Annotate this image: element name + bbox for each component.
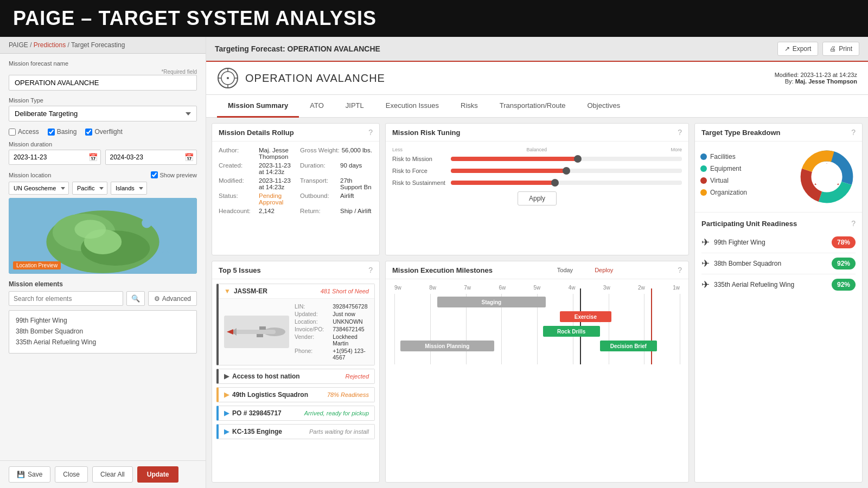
status-row: Status: Pending Approval [219, 192, 291, 206]
phone-value: +1(954) 123-4567 [333, 348, 369, 361]
element-item[interactable]: 38th Bomber Squadron [16, 326, 190, 337]
update-button[interactable]: Update [137, 466, 179, 483]
vender-label: Vender: [295, 333, 324, 346]
risk-thumb[interactable] [563, 167, 570, 175]
legend-virtual: Virtual [700, 177, 788, 184]
overflight-label: Overflight [94, 128, 122, 136]
apply-button[interactable]: Apply [518, 191, 557, 206]
readiness-badge-335th: 92% [832, 279, 856, 291]
tab-execution-issues[interactable]: Execution Issues [375, 95, 450, 118]
breadcrumb-paige[interactable]: PAIGE [9, 41, 28, 49]
issue-po-header[interactable]: ▶ PO # 329845717 Arrived, ready for pick… [219, 406, 374, 420]
save-button[interactable]: 💾 Save [9, 466, 50, 483]
decision-brief-bar: Decision Brief [600, 341, 657, 351]
tab-jiptl[interactable]: JIPTL [335, 95, 375, 118]
location-row: UN Geoscheme Pacific Islands [9, 182, 197, 195]
risk-to-force-slider[interactable] [451, 169, 682, 173]
issue-jassm-header[interactable]: ▼ JASSM-ER 481 Short of Need [219, 284, 374, 298]
phone-label: Phone: [295, 348, 324, 361]
geo-scheme-select[interactable]: UN Geoscheme [9, 182, 69, 195]
readiness-section: Participating Unit Readiness ? ✈ 99th Fi… [695, 212, 862, 299]
target-breakdown-info-icon[interactable]: ? [851, 128, 856, 137]
headcount-label: Headcount: [219, 208, 257, 214]
search-button[interactable]: 🔍 [126, 291, 145, 306]
label-1w: 1w [673, 285, 680, 291]
tabs-bar: Mission Summary ATO JIPTL Execution Issu… [206, 95, 868, 118]
app-header: PAIGE – TARGET SYSTEM ANALYSIS [0, 0, 868, 37]
issue-jassm-status: 481 Short of Need [321, 288, 369, 294]
return-row: Return: Ship / Airlift [300, 208, 373, 214]
mission-duration-group: Mission duration 📅 📅 [9, 141, 197, 165]
issue-logistics-header[interactable]: ▶ 49th Logistics Squadron 78% Readiness [219, 388, 374, 402]
created-value: 2023-11-23 at 14:23z [259, 162, 291, 175]
issue-access-header[interactable]: ▶ Access to host nation Rejected [219, 369, 374, 383]
risk-thumb[interactable] [551, 179, 559, 187]
update-label: Update [147, 471, 169, 478]
organization-dot [700, 189, 707, 196]
end-date-icon[interactable]: 📅 [184, 153, 194, 162]
risk-to-sustainment-slider[interactable] [451, 181, 682, 185]
advanced-label: Advanced [162, 295, 191, 303]
risk-thumb[interactable] [574, 155, 582, 163]
breadcrumb-predictions[interactable]: Predictions [34, 41, 66, 49]
updated-value: Just now [333, 311, 369, 317]
rock-drills-label: Rock Drills [557, 329, 585, 335]
breadcrumb-target-forecasting[interactable]: Target Forecasting [71, 41, 125, 49]
save-label: Save [28, 471, 42, 478]
show-preview-label[interactable]: Show preview [151, 171, 197, 178]
tab-mission-summary[interactable]: Mission Summary [217, 95, 299, 118]
element-item[interactable]: 335th Aerial Refueling Wing [16, 337, 190, 348]
tab-objectives[interactable]: Objectives [576, 95, 631, 118]
geo-region-select[interactable]: Pacific [72, 182, 107, 195]
lin-label: LIN: [295, 303, 324, 310]
access-checkbox-item[interactable]: Access [9, 128, 39, 136]
jassm-arrow-icon: ▼ [224, 287, 231, 295]
app-title: PAIGE – TARGET SYSTEM ANALYSIS [13, 7, 376, 30]
mission-type-select[interactable]: Deliberate Targeting Time-Sensitive Targ… [9, 106, 197, 121]
milestones-info-icon[interactable]: ? [678, 266, 682, 274]
exercise-bar: Exercise [560, 311, 611, 322]
tab-ato[interactable]: ATO [299, 95, 335, 118]
modified-value: 2023-11-23 at 14:23z [800, 72, 857, 78]
start-date-wrap: 📅 [9, 150, 101, 165]
sidebar-form: Mission forecast name *Required field Mi… [0, 54, 206, 460]
show-preview-text: Show preview [160, 172, 197, 178]
basing-checkbox-item[interactable]: Basing [48, 128, 77, 136]
risk-label-more: More [671, 147, 682, 152]
show-preview-checkbox[interactable] [151, 171, 158, 178]
location-label: Location: [295, 318, 324, 325]
end-date-input[interactable] [105, 150, 197, 165]
duration-value: 90 days [340, 162, 362, 175]
readiness-badge-38th: 92% [832, 258, 856, 269]
print-button[interactable]: 🖨 Print [822, 42, 859, 56]
return-value: Ship / Airlift [340, 208, 372, 214]
overflight-checkbox-item[interactable]: Overflight [85, 128, 122, 136]
search-input[interactable] [9, 291, 123, 306]
export-button[interactable]: ↗ Export [777, 42, 819, 56]
start-date-input[interactable] [9, 150, 101, 165]
tab-transportation-route[interactable]: Transportation/Route [489, 95, 577, 118]
save-icon: 💾 [17, 471, 25, 478]
close-button[interactable]: Close [55, 466, 88, 483]
start-date-icon[interactable]: 📅 [88, 153, 98, 162]
overflight-checkbox[interactable] [85, 129, 92, 136]
basing-checkbox[interactable] [48, 129, 55, 136]
top-issues-info-icon[interactable]: ? [368, 266, 373, 274]
advanced-button[interactable]: ⚙ Advanced [148, 291, 197, 306]
search-row: 🔍 ⚙ Advanced [9, 291, 197, 306]
risk-tuning-info-icon[interactable]: ? [678, 128, 682, 137]
modified-row: Modified: 2023-11-23 at 14:23z [219, 177, 291, 190]
tab-risks[interactable]: Risks [450, 95, 489, 118]
issue-kc135-header[interactable]: ▶ KC-135 Enginge Parts waiting for insta… [219, 425, 374, 439]
geo-sub-select[interactable]: Islands [111, 182, 147, 195]
clear-button[interactable]: Clear All [92, 466, 133, 483]
element-item[interactable]: 99th Fighter Wing [16, 315, 190, 326]
risk-to-mission-slider[interactable] [451, 157, 682, 161]
mission-type-label: Mission Type [9, 97, 197, 104]
readiness-info-icon[interactable]: ? [851, 219, 856, 228]
mission-forecast-input[interactable] [9, 75, 197, 91]
label-7w: 7w [464, 285, 471, 291]
invoice-label: Invoice/PO: [295, 326, 324, 332]
access-checkbox[interactable] [9, 129, 16, 136]
mission-details-info-icon[interactable]: ? [368, 128, 373, 137]
